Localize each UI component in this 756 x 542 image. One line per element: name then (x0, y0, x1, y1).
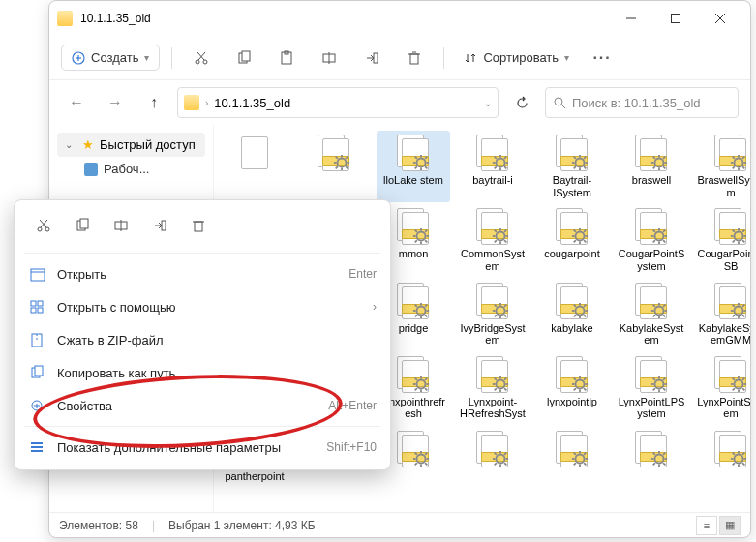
svg-line-193 (663, 304, 665, 306)
search-icon (554, 97, 566, 109)
svg-line-55 (574, 157, 576, 159)
file-item[interactable]: LynxPointSystem (694, 352, 750, 425)
svg-point-185 (655, 306, 664, 315)
file-item[interactable] (297, 131, 371, 202)
search-placeholder: Поиск в: 10.1.1.35_old (572, 96, 701, 110)
divider: | (152, 519, 155, 532)
maximize-button[interactable] (653, 3, 698, 34)
file-item[interactable] (456, 427, 529, 487)
search-input[interactable]: Поиск в: 10.1.1.35_old (545, 87, 739, 118)
address-bar[interactable]: › 10.1.1.35_old ⌄ (177, 87, 499, 118)
context-menu-item[interactable]: СвойстваAlt+Enter (15, 389, 390, 422)
svg-point-113 (576, 232, 585, 241)
svg-line-40 (425, 157, 427, 159)
rename-button[interactable] (104, 210, 138, 241)
svg-point-302 (576, 454, 585, 463)
view-details-button[interactable]: ≡ (696, 516, 717, 535)
svg-point-21 (555, 98, 562, 105)
file-item[interactable]: KabylakeSystemGMM (694, 279, 750, 350)
context-menu-item[interactable]: Открыть с помощью› (15, 290, 390, 323)
svg-line-184 (584, 304, 586, 306)
svg-point-122 (655, 232, 664, 241)
rename-button[interactable] (312, 43, 347, 74)
more-button[interactable]: ··· (585, 43, 620, 74)
file-item[interactable]: lynxpointlp (535, 352, 609, 425)
divider (171, 47, 172, 69)
file-label: Lynxpoint-HRefreshSystem (458, 396, 528, 421)
close-button[interactable] (698, 3, 742, 34)
address-path: 10.1.1.35_old (214, 96, 290, 110)
svg-point-8 (203, 60, 207, 64)
file-item[interactable]: braswell (615, 131, 688, 202)
inf-file-icon (712, 356, 749, 393)
file-item[interactable]: kabylake (535, 279, 609, 350)
file-item[interactable] (535, 427, 609, 487)
file-item[interactable]: CommonSystem (456, 204, 529, 276)
open-icon (28, 265, 45, 283)
file-label: LynxPointSystem (696, 396, 750, 420)
svg-point-167 (497, 306, 505, 315)
inf-file-icon (474, 283, 511, 319)
sort-button-label: Сортировать (483, 50, 559, 65)
svg-line-292 (425, 453, 427, 455)
inf-file-icon (554, 283, 590, 319)
inf-file-icon (395, 208, 432, 245)
folder-icon (57, 11, 73, 26)
svg-rect-334 (80, 219, 88, 228)
file-item[interactable]: Baytrail-ISystem (535, 131, 609, 202)
share-button[interactable] (354, 43, 389, 74)
cut-button[interactable] (184, 43, 219, 74)
sort-button[interactable]: Сортировать ▾ (456, 45, 577, 70)
context-menu-item-label: Открыть с помощью (57, 300, 361, 315)
up-button[interactable]: ↑ (138, 87, 169, 118)
file-item[interactable] (615, 427, 688, 487)
refresh-button[interactable] (506, 87, 537, 118)
file-item[interactable]: CougarPointUSB (694, 204, 750, 276)
svg-point-7 (196, 60, 199, 64)
context-menu-item[interactable]: Сжать в ZIP-файл (15, 323, 390, 356)
file-item[interactable]: lloLake stem (377, 131, 450, 202)
svg-line-318 (653, 463, 655, 465)
file-item[interactable]: cougarpoint (535, 204, 609, 276)
file-item[interactable]: LynxPointLPSystem (615, 352, 688, 425)
svg-line-37 (415, 157, 417, 159)
context-menu-item[interactable]: ОткрытьEnter (15, 257, 390, 290)
cut-button[interactable] (26, 210, 61, 241)
sidebar-item-quick-access[interactable]: ⌄ ★ Быстрый доступ (57, 133, 205, 157)
svg-line-290 (425, 463, 427, 465)
share-button[interactable] (142, 210, 177, 241)
minimize-button[interactable] (609, 3, 653, 34)
file-item[interactable]: CougarPointSystem (615, 204, 688, 276)
svg-line-328 (742, 453, 744, 455)
file-item[interactable]: Lynxpoint-HRefreshSystem (456, 352, 529, 425)
svg-line-298 (495, 453, 497, 455)
file-item[interactable] (218, 131, 291, 202)
delete-button[interactable] (181, 210, 216, 241)
file-label: baytrail-i (472, 174, 513, 187)
context-menu-item[interactable]: Показать дополнительные параметрыShift+F… (15, 431, 390, 464)
file-item[interactable] (694, 427, 750, 487)
delete-button[interactable] (397, 43, 432, 74)
chevron-down-icon[interactable]: ⌄ (484, 98, 492, 108)
svg-line-66 (653, 166, 655, 168)
sidebar-item-desktop[interactable]: Рабоч... (57, 157, 205, 181)
view-icons-button[interactable]: ▦ (719, 516, 741, 535)
context-menu-item[interactable]: Копировать как путь (15, 356, 390, 389)
file-item[interactable]: BraswellSystem (694, 131, 750, 202)
file-item[interactable]: baytrail-i (456, 131, 529, 202)
file-item[interactable]: KabylakeSystem (615, 279, 688, 350)
copy-button[interactable] (227, 43, 261, 74)
inf-file-icon (633, 431, 670, 467)
svg-line-31 (346, 157, 348, 159)
context-menu-item-label: Показать дополнительные параметры (57, 440, 315, 455)
forward-button[interactable]: → (100, 87, 131, 118)
svg-line-182 (584, 315, 586, 316)
svg-line-165 (415, 315, 417, 316)
back-button[interactable]: ← (61, 87, 92, 118)
svg-point-68 (735, 159, 743, 167)
paste-button[interactable] (269, 43, 304, 74)
new-button[interactable]: Создать ▾ (61, 45, 160, 71)
inf-file-icon (395, 431, 432, 467)
file-item[interactable]: IvyBridgeSystem (456, 279, 529, 350)
copy-button[interactable] (65, 210, 100, 241)
